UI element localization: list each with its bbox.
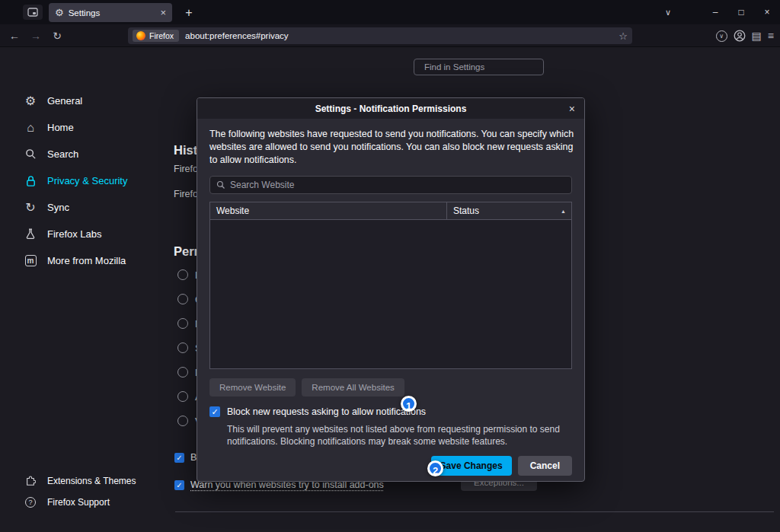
sidebar-item-firefox-labs[interactable]: Firefox Labs: [15, 221, 175, 247]
sidebar-item-firefox-support[interactable]: ? Firefox Support: [15, 492, 183, 513]
annotation-step-2: 2: [427, 460, 443, 476]
search-icon: [23, 148, 38, 160]
new-tab-button[interactable]: +: [180, 5, 198, 21]
firefox-view-button[interactable]: [23, 5, 43, 20]
help-icon: ?: [23, 497, 38, 508]
microphone-icon: [177, 318, 188, 329]
identity-badge[interactable]: Firefox: [133, 30, 179, 42]
window-close-button[interactable]: ×: [754, 0, 780, 24]
block-new-requests-checkbox-row[interactable]: ✓ Block new requests asking to allow not…: [209, 406, 572, 417]
lock-icon: [23, 175, 38, 187]
sidebar-item-home[interactable]: ⌂ Home: [15, 114, 175, 141]
block-popups-checkbox-row[interactable]: ✓ Bl: [174, 452, 199, 463]
sidebar-toggle-icon[interactable]: ▤: [752, 30, 762, 42]
sidebar-item-label: Firefox Labs: [47, 228, 102, 240]
checkbox-checked-icon[interactable]: ✓: [209, 406, 220, 417]
search-website-input[interactable]: [230, 180, 565, 190]
find-in-settings-input[interactable]: [424, 62, 542, 72]
remove-all-websites-button[interactable]: Remove All Websites: [302, 378, 404, 397]
autoplay-icon: [177, 391, 188, 402]
url-text: about:preferences#privacy: [185, 31, 612, 40]
tab-close-icon[interactable]: ×: [160, 7, 166, 18]
sidebar-item-label: Extensions & Themes: [47, 476, 136, 486]
gear-icon: ⚙: [23, 94, 38, 108]
dialog-description: The following websites have requested to…: [209, 128, 575, 167]
speaker-icon: [177, 342, 188, 353]
sidebar-item-label: More from Mozilla: [47, 255, 126, 266]
sidebar-item-sync[interactable]: ↻ Sync: [15, 194, 175, 221]
sidebar-item-extensions-themes[interactable]: Extensions & Themes: [15, 470, 183, 492]
checkbox-checked-icon[interactable]: ✓: [174, 480, 184, 490]
dialog-header: Settings - Notification Permissions ×: [197, 98, 584, 119]
firefox-window: ⚙ Settings × + ∨ – □ × ← → ↻ Firefox abo…: [0, 0, 780, 532]
back-button[interactable]: ←: [6, 27, 23, 45]
account-icon[interactable]: [734, 30, 746, 42]
reload-button[interactable]: ↻: [49, 27, 66, 45]
dialog-footer: Save Changes Cancel: [209, 456, 572, 476]
window-controls: – □ ×: [702, 0, 780, 24]
sort-ascending-icon: ▲: [561, 209, 566, 214]
dialog-body: The following websites have requested to…: [197, 119, 584, 476]
sidebar-item-label: General: [47, 95, 82, 107]
maximize-button[interactable]: □: [728, 0, 754, 24]
permissions-table: Website Status ▲: [209, 202, 572, 369]
minimize-button[interactable]: –: [702, 0, 728, 24]
table-header: Website Status ▲: [210, 202, 571, 220]
nav-buttons: ← → ↻: [6, 27, 66, 45]
tab-title: Settings: [69, 8, 156, 18]
sidebar-item-label: Privacy & Security: [47, 175, 127, 186]
firefox-logo-icon: [136, 31, 145, 40]
sidebar-item-search[interactable]: Search: [15, 141, 175, 167]
block-new-requests-label: Block new requests asking to allow notif…: [227, 406, 426, 417]
table-actions: Remove Website Remove All Websites: [209, 378, 572, 397]
sidebar-item-label: Sync: [47, 202, 69, 213]
table-body-empty[interactable]: [210, 220, 571, 368]
tab-settings[interactable]: ⚙ Settings ×: [49, 3, 172, 22]
titlebar: ⚙ Settings × + ∨ – □ ×: [0, 0, 780, 24]
sidebar-item-general[interactable]: ⚙ General: [15, 88, 175, 114]
mozilla-icon: m: [23, 255, 38, 266]
dialog-close-icon[interactable]: ×: [569, 98, 575, 119]
url-bar[interactable]: Firefox about:preferences#privacy ☆: [128, 27, 632, 44]
navigation-toolbar: ← → ↻ Firefox about:preferences#privacy …: [0, 24, 780, 47]
bookmark-star-icon[interactable]: ☆: [619, 30, 628, 42]
settings-sidebar: ⚙ General ⌂ Home Search Privacy: [15, 88, 175, 274]
forward-button[interactable]: →: [27, 27, 44, 45]
sidebar-item-label: Firefox Support: [47, 497, 110, 508]
sidebar-item-label: Home: [47, 122, 74, 133]
remove-website-button[interactable]: Remove Website: [209, 378, 296, 397]
search-website-box[interactable]: [209, 176, 572, 194]
dialog-title: Settings - Notification Permissions: [315, 104, 467, 114]
sync-icon: ↻: [23, 200, 38, 215]
section-divider: [175, 511, 774, 512]
camera-icon: [177, 294, 188, 304]
home-icon: ⌂: [23, 121, 38, 135]
cancel-button[interactable]: Cancel: [518, 456, 572, 476]
toolbar-right-icons: ∨ ▤ ≡: [716, 27, 774, 45]
search-icon: [216, 180, 225, 190]
checkbox-checked-icon[interactable]: ✓: [174, 453, 184, 463]
annotation-step-1: 1: [401, 396, 417, 412]
sidebar-item-label: Search: [47, 148, 78, 160]
dialog-note: This will prevent any websites not liste…: [227, 423, 571, 448]
column-header-status[interactable]: Status ▲: [446, 202, 571, 219]
sidebar-item-more-from-mozilla[interactable]: m More from Mozilla: [15, 247, 175, 274]
vr-icon: [177, 416, 188, 426]
find-in-settings[interactable]: [414, 59, 544, 75]
flask-icon: [23, 228, 38, 240]
list-all-tabs-chevron-icon[interactable]: ∨: [660, 5, 676, 19]
puzzle-icon: [23, 476, 38, 486]
menu-icon[interactable]: ≡: [768, 30, 774, 42]
pocket-icon[interactable]: ∨: [716, 30, 727, 42]
firefox-view-icon: [27, 8, 38, 17]
identity-badge-label: Firefox: [149, 31, 174, 40]
location-icon: [177, 269, 188, 280]
sidebar-footer: Extensions & Themes ? Firefox Support: [15, 470, 183, 513]
notifications-icon: [177, 367, 188, 377]
settings-gear-icon: ⚙: [55, 7, 64, 18]
column-header-website[interactable]: Website: [210, 205, 446, 216]
notification-permissions-dialog: Settings - Notification Permissions × Th…: [197, 97, 585, 482]
sidebar-item-privacy-security[interactable]: Privacy & Security: [15, 167, 175, 194]
